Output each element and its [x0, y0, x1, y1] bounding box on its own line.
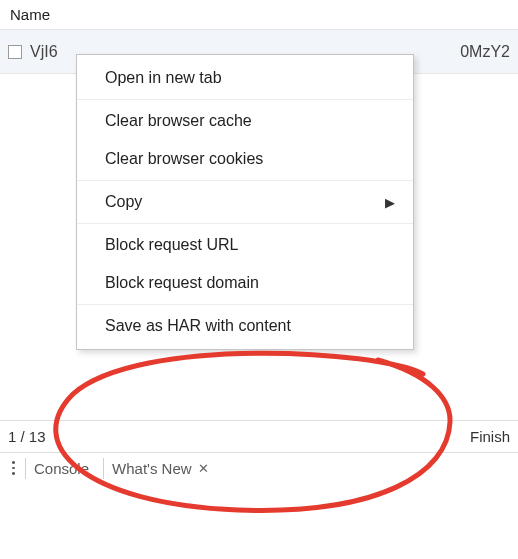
menu-item-label: Save as HAR with content	[105, 317, 291, 335]
tab-console[interactable]: Console	[25, 458, 97, 479]
menu-copy[interactable]: Copy ▶	[77, 183, 413, 221]
menu-item-label: Block request URL	[105, 236, 238, 254]
column-header-name[interactable]: Name	[0, 0, 518, 30]
tab-label: What's New	[112, 460, 192, 477]
status-bar: 1 / 13 Finish	[0, 420, 518, 453]
menu-divider	[77, 304, 413, 305]
tab-label: Console	[34, 460, 89, 477]
menu-open-new-tab[interactable]: Open in new tab	[77, 59, 413, 97]
menu-divider	[77, 223, 413, 224]
context-menu: Open in new tab Clear browser cache Clea…	[76, 54, 414, 350]
menu-item-label: Open in new tab	[105, 69, 222, 87]
close-icon[interactable]: ✕	[198, 461, 209, 476]
tab-whats-new[interactable]: What's New ✕	[103, 458, 217, 479]
menu-clear-cookies[interactable]: Clear browser cookies	[77, 140, 413, 178]
column-header-label: Name	[10, 6, 50, 23]
request-filename-start: VjI6	[30, 43, 58, 61]
menu-divider	[77, 99, 413, 100]
row-checkbox-icon[interactable]	[8, 45, 22, 59]
request-count: 1 / 13	[8, 428, 46, 445]
menu-item-label: Clear browser cache	[105, 112, 252, 130]
drawer-tabstrip: Console What's New ✕	[0, 453, 518, 483]
menu-divider	[77, 180, 413, 181]
kebab-menu-icon[interactable]	[8, 461, 19, 475]
menu-clear-cache[interactable]: Clear browser cache	[77, 102, 413, 140]
submenu-arrow-icon: ▶	[385, 195, 395, 210]
menu-item-label: Clear browser cookies	[105, 150, 263, 168]
status-finish: Finish	[470, 428, 510, 445]
request-filename-end: 0MzY2	[460, 43, 510, 61]
menu-item-label: Block request domain	[105, 274, 259, 292]
menu-item-label: Copy	[105, 193, 142, 211]
menu-block-request-domain[interactable]: Block request domain	[77, 264, 413, 302]
menu-save-as-har[interactable]: Save as HAR with content	[77, 307, 413, 345]
menu-block-request-url[interactable]: Block request URL	[77, 226, 413, 264]
